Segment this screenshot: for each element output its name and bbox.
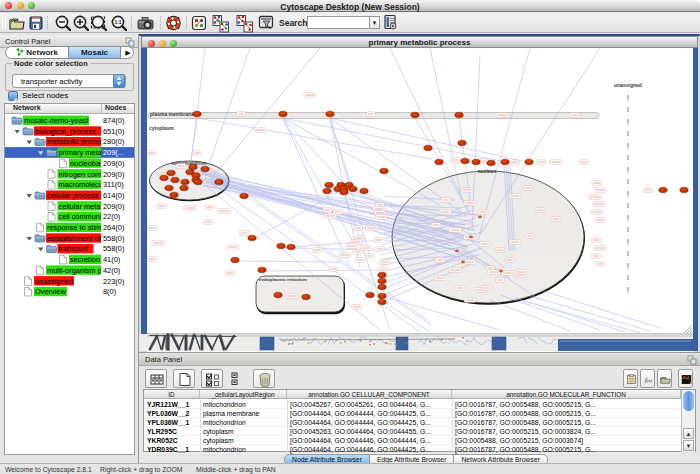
svg-text:22(0): 22(0) [103, 212, 120, 221]
svg-text:264(0): 264(0) [103, 223, 124, 232]
svg-text:209(0): 209(0) [103, 202, 124, 211]
svg-text:biological_process: biological_process [35, 127, 96, 136]
svg-text:unassigned: unassigned [35, 277, 73, 286]
svg-text:651(0): 651(0) [103, 127, 124, 136]
svg-text:41(0): 41(0) [103, 255, 120, 264]
svg-text:280(0): 280(0) [103, 137, 124, 146]
svg-text:macromolecule: macromolecule [59, 180, 109, 189]
svg-text:unassigned: unassigned [614, 82, 642, 88]
svg-text:874(0): 874(0) [103, 116, 124, 125]
svg-text:209(0): 209(0) [103, 170, 124, 179]
svg-text:multi-organism pro: multi-organism pro [47, 266, 108, 275]
svg-text:cellular metabo: cellular metabo [59, 202, 109, 211]
svg-text:establishment of lo: establishment of lo [47, 234, 109, 243]
svg-text:614(0): 614(0) [103, 191, 124, 200]
svg-text:metabolic process: metabolic process [47, 137, 107, 146]
svg-text:transport: transport [59, 244, 88, 253]
svg-text:209(0): 209(0) [103, 159, 124, 168]
svg-text:311(0): 311(0) [103, 180, 124, 189]
svg-text:plasma membrane: plasma membrane [150, 111, 194, 117]
svg-text:558(0): 558(0) [103, 234, 124, 243]
svg-text:cytoplasm: cytoplasm [149, 125, 174, 131]
svg-text:1:1: 1:1 [114, 19, 121, 25]
svg-text:cellular process: cellular process [47, 191, 99, 200]
svg-text:nitrogen compo: nitrogen compo [59, 170, 110, 179]
svg-text:f(x): f(x) [645, 377, 652, 383]
svg-text:nucleus: nucleus [478, 168, 497, 174]
svg-text:response to stimulu: response to stimulu [47, 223, 111, 232]
svg-text:mosaic-demo-yeast: mosaic-demo-yeast [24, 116, 88, 125]
svg-text:42(0): 42(0) [103, 266, 120, 275]
svg-text:223(0): 223(0) [103, 277, 124, 286]
svg-text:8(0): 8(0) [103, 287, 116, 296]
svg-text:secretion: secretion [70, 255, 100, 264]
svg-text:209(...: 209(... [103, 148, 124, 157]
svg-text:Overview: Overview [35, 287, 66, 296]
svg-text:558(0): 558(0) [103, 244, 124, 253]
svg-text:endoplasmic reticulum: endoplasmic reticulum [259, 277, 307, 282]
